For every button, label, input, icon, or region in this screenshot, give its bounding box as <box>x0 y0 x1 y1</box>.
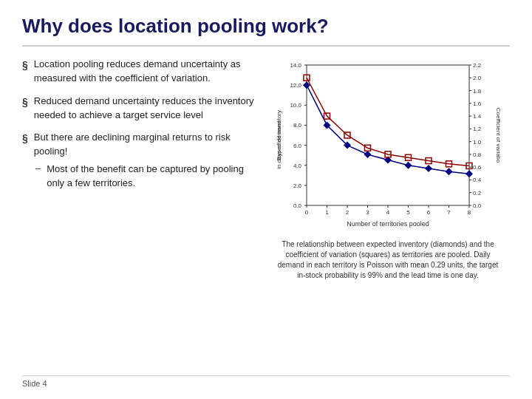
bullet-text-3: But there are declining marginal returns… <box>34 131 259 159</box>
svg-text:in days of demand: in days of demand <box>276 120 282 168</box>
svg-text:4.0: 4.0 <box>293 163 302 169</box>
svg-text:8: 8 <box>468 209 471 216</box>
bullet-symbol-3: § <box>22 132 28 144</box>
bullet-item-1: § Location pooling reduces demand uncert… <box>22 58 259 86</box>
svg-text:6.0: 6.0 <box>293 143 302 149</box>
slide-number: Slide 4 <box>22 375 510 388</box>
slide: Why does location pooling work? § Locati… <box>0 0 532 399</box>
right-column: 0.0 2.0 4.0 6.0 8.0 10.0 <box>266 58 510 369</box>
chart-container: 0.0 2.0 4.0 6.0 8.0 10.0 <box>273 58 502 235</box>
diamond-3 <box>364 151 372 158</box>
svg-text:1: 1 <box>325 209 329 216</box>
bullet-item-3-wrapper: § But there are declining marginal retur… <box>22 131 259 190</box>
svg-text:0.6: 0.6 <box>473 164 482 171</box>
slide-title: Why does location pooling work? <box>22 15 510 47</box>
diamond-5 <box>405 162 412 169</box>
svg-text:0.0: 0.0 <box>293 202 302 209</box>
svg-text:0.0: 0.0 <box>473 202 482 209</box>
svg-text:1.8: 1.8 <box>473 88 482 95</box>
svg-text:6: 6 <box>427 209 431 216</box>
diamond-6 <box>425 165 432 172</box>
svg-text:2.0: 2.0 <box>293 183 302 189</box>
diamond-8 <box>466 170 473 177</box>
svg-text:1.6: 1.6 <box>473 100 482 107</box>
svg-text:12.0: 12.0 <box>290 82 301 89</box>
svg-text:0.4: 0.4 <box>473 177 482 183</box>
bullet-item-3: § But there are declining marginal retur… <box>22 131 259 159</box>
svg-text:0.8: 0.8 <box>473 151 482 158</box>
svg-text:2.2: 2.2 <box>473 62 482 69</box>
svg-text:0: 0 <box>305 209 309 216</box>
bullet-text-2: Reduced demand uncertainty reduces the i… <box>34 95 259 123</box>
diamond-7 <box>446 168 453 175</box>
bullet-symbol-2: § <box>22 96 28 108</box>
left-column: § Location pooling reduces demand uncert… <box>22 58 259 369</box>
svg-text:7: 7 <box>447 209 451 216</box>
svg-text:2.0: 2.0 <box>473 75 482 81</box>
chart-caption: The relationship between expected invent… <box>273 239 502 281</box>
sub-bullet-3: – Most of the benefit can be captured by… <box>35 163 259 191</box>
sub-dash-3: – <box>35 163 41 174</box>
sub-text-3: Most of the benefit can be captured by p… <box>47 163 259 191</box>
svg-text:4: 4 <box>386 209 390 216</box>
svg-text:1.0: 1.0 <box>473 139 482 146</box>
svg-text:5: 5 <box>406 209 410 216</box>
bullet-item-2: § Reduced demand uncertainty reduces the… <box>22 95 259 123</box>
content-area: § Location pooling reduces demand uncert… <box>22 58 510 369</box>
svg-text:10.0: 10.0 <box>290 102 301 109</box>
svg-text:Number of territories pooled: Number of territories pooled <box>347 220 429 228</box>
square-line <box>307 78 469 166</box>
svg-text:8.0: 8.0 <box>293 122 302 129</box>
bullet-text-1: Location pooling reduces demand uncertai… <box>34 58 259 86</box>
svg-text:14.0: 14.0 <box>290 62 301 69</box>
svg-text:0.2: 0.2 <box>473 190 482 197</box>
svg-text:2: 2 <box>346 209 349 216</box>
svg-text:Coefficient of variatio: Coefficient of variatio <box>495 108 502 163</box>
svg-text:3: 3 <box>366 209 369 216</box>
chart-svg: 0.0 2.0 4.0 6.0 8.0 10.0 <box>273 58 502 235</box>
svg-text:1.4: 1.4 <box>473 113 482 120</box>
svg-text:1.2: 1.2 <box>473 126 482 132</box>
bullet-symbol-1: § <box>22 59 28 71</box>
